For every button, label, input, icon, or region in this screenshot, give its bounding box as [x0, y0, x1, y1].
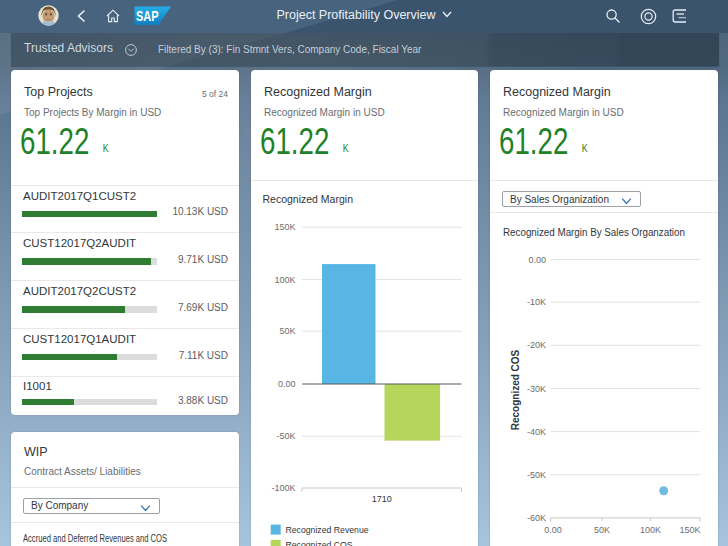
- svg-text:0.00: 0.00: [544, 525, 562, 535]
- svg-text:-40K: -40K: [527, 427, 546, 437]
- svg-text:0.00: 0.00: [278, 379, 296, 389]
- svg-text:50K: 50K: [279, 326, 295, 336]
- svg-text:-60K: -60K: [527, 513, 546, 523]
- svg-text:150K: 150K: [274, 222, 295, 232]
- svg-text:Recognized COS: Recognized COS: [286, 540, 353, 546]
- svg-text:-10K: -10K: [527, 297, 546, 307]
- svg-text:1710: 1710: [372, 494, 392, 504]
- svg-text:-20K: -20K: [527, 340, 546, 350]
- svg-text:50K: 50K: [594, 525, 610, 535]
- svg-text:-50K: -50K: [527, 470, 546, 480]
- svg-text:100K: 100K: [640, 525, 661, 535]
- svg-text:-50K: -50K: [276, 431, 295, 441]
- svg-text:-30K: -30K: [527, 384, 546, 394]
- svg-text:Recognized COS: Recognized COS: [510, 349, 521, 430]
- svg-text:Recognized Revenue: Recognized Revenue: [286, 525, 369, 535]
- svg-text:-100K: -100K: [271, 483, 295, 493]
- svg-text:SAP: SAP: [136, 9, 159, 24]
- svg-text:0.00: 0.00: [528, 255, 546, 265]
- svg-text:100K: 100K: [274, 275, 295, 285]
- svg-text:150K: 150K: [679, 525, 700, 535]
